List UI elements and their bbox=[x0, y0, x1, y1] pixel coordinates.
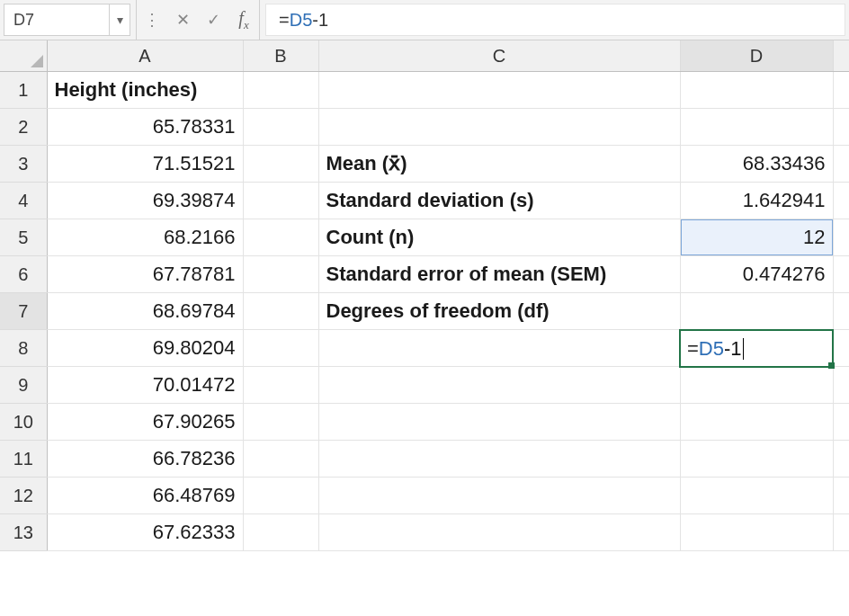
cell-extra-7[interactable] bbox=[833, 293, 849, 330]
cell-B8[interactable] bbox=[243, 330, 318, 367]
cell-D2[interactable] bbox=[680, 109, 833, 146]
cell-extra-13[interactable] bbox=[833, 514, 849, 551]
row-head-7[interactable]: 7 bbox=[0, 293, 47, 330]
cell-C3[interactable]: Mean (x̄) bbox=[318, 146, 680, 183]
chevron-down-icon: ▾ bbox=[117, 13, 123, 27]
cell-extra-10[interactable] bbox=[833, 404, 849, 441]
cell-A12[interactable]: 66.48769 bbox=[47, 478, 243, 514]
grid[interactable]: A B C D 1Height (inches)265.78331371.515… bbox=[0, 40, 849, 551]
row-head-8[interactable]: 8 bbox=[0, 330, 47, 367]
cell-B2[interactable] bbox=[243, 109, 318, 146]
row-head-6[interactable]: 6 bbox=[0, 256, 47, 293]
cell-A7[interactable]: 68.69784 bbox=[47, 293, 243, 330]
cell-D13[interactable] bbox=[680, 514, 833, 551]
row-head-11[interactable]: 11 bbox=[0, 441, 47, 478]
cell-B4[interactable] bbox=[243, 183, 318, 219]
cell-C5[interactable]: Count (n) bbox=[318, 219, 680, 256]
col-head-A[interactable]: A bbox=[47, 40, 243, 72]
cell-B9[interactable] bbox=[243, 367, 318, 404]
cell-C10[interactable] bbox=[318, 404, 680, 441]
cell-B10[interactable] bbox=[243, 404, 318, 441]
row-head-2[interactable]: 2 bbox=[0, 109, 47, 146]
cell-B3[interactable] bbox=[243, 146, 318, 183]
cell-D8[interactable] bbox=[680, 330, 833, 367]
cell-D3[interactable]: 68.33436 bbox=[680, 146, 833, 183]
cell-B13[interactable] bbox=[243, 514, 318, 551]
cell-C1[interactable] bbox=[318, 72, 680, 109]
cell-extra-5[interactable] bbox=[833, 219, 849, 256]
row-head-13[interactable]: 13 bbox=[0, 514, 47, 551]
cell-extra-9[interactable] bbox=[833, 367, 849, 404]
row-head-9[interactable]: 9 bbox=[0, 367, 47, 404]
col-head-extra[interactable] bbox=[833, 40, 849, 72]
cell-A8[interactable]: 69.80204 bbox=[47, 330, 243, 367]
cell-B5[interactable] bbox=[243, 219, 318, 256]
row-head-4[interactable]: 4 bbox=[0, 183, 47, 219]
cell-A1[interactable]: Height (inches) bbox=[47, 72, 243, 109]
cell-C4[interactable]: Standard deviation (s) bbox=[318, 183, 680, 219]
fx-icon: fx bbox=[238, 8, 248, 32]
cell-D6[interactable]: 0.474276 bbox=[680, 256, 833, 293]
row-head-5[interactable]: 5 bbox=[0, 219, 47, 256]
formula-bar: D7 ▾ ⋮ ✕ ✓ fx =D5-1 bbox=[0, 0, 849, 40]
formula-text: =D5-1 bbox=[279, 10, 328, 31]
cell-D1[interactable] bbox=[680, 72, 833, 109]
cell-extra-12[interactable] bbox=[833, 478, 849, 514]
cell-A5[interactable]: 68.2166 bbox=[47, 219, 243, 256]
cell-extra-8[interactable] bbox=[833, 330, 849, 367]
cell-A9[interactable]: 70.01472 bbox=[47, 367, 243, 404]
insert-function-button[interactable]: fx bbox=[228, 0, 260, 40]
cell-A4[interactable]: 69.39874 bbox=[47, 183, 243, 219]
cell-B12[interactable] bbox=[243, 478, 318, 514]
row-head-3[interactable]: 3 bbox=[0, 146, 47, 183]
row-head-1[interactable]: 1 bbox=[0, 72, 47, 109]
cell-D10[interactable] bbox=[680, 404, 833, 441]
cell-A13[interactable]: 67.62333 bbox=[47, 514, 243, 551]
select-all-corner[interactable] bbox=[0, 40, 47, 72]
cell-A3[interactable]: 71.51521 bbox=[47, 146, 243, 183]
row-head-10[interactable]: 10 bbox=[0, 404, 47, 441]
name-box-group: D7 ▾ bbox=[0, 0, 137, 40]
cell-C8[interactable] bbox=[318, 330, 680, 367]
cell-B11[interactable] bbox=[243, 441, 318, 478]
cell-D5[interactable]: 12 bbox=[680, 219, 833, 256]
cell-D11[interactable] bbox=[680, 441, 833, 478]
name-box-dropdown[interactable]: ▾ bbox=[110, 4, 130, 36]
row-head-12[interactable]: 12 bbox=[0, 478, 47, 514]
worksheet: A B C D 1Height (inches)265.78331371.515… bbox=[0, 40, 849, 551]
cell-C11[interactable] bbox=[318, 441, 680, 478]
formula-input[interactable]: =D5-1 bbox=[265, 4, 845, 36]
cell-C7[interactable]: Degrees of freedom (df) bbox=[318, 293, 680, 330]
cell-B6[interactable] bbox=[243, 256, 318, 293]
cell-extra-2[interactable] bbox=[833, 109, 849, 146]
cell-D12[interactable] bbox=[680, 478, 833, 514]
formula-options-button[interactable]: ⋮ bbox=[137, 0, 167, 40]
cell-B1[interactable] bbox=[243, 72, 318, 109]
cell-C12[interactable] bbox=[318, 478, 680, 514]
cell-D9[interactable] bbox=[680, 367, 833, 404]
cell-extra-4[interactable] bbox=[833, 183, 849, 219]
cell-A2[interactable]: 65.78331 bbox=[47, 109, 243, 146]
cell-A11[interactable]: 66.78236 bbox=[47, 441, 243, 478]
cell-D7[interactable] bbox=[680, 293, 833, 330]
name-box[interactable]: D7 bbox=[4, 4, 110, 36]
cell-C2[interactable] bbox=[318, 109, 680, 146]
cell-A10[interactable]: 67.90265 bbox=[47, 404, 243, 441]
dots-vertical-icon: ⋮ bbox=[144, 10, 160, 30]
cell-C6[interactable]: Standard error of mean (SEM) bbox=[318, 256, 680, 293]
cancel-formula-button[interactable]: ✕ bbox=[167, 0, 198, 40]
col-head-C[interactable]: C bbox=[318, 40, 680, 72]
col-head-D[interactable]: D bbox=[680, 40, 833, 72]
cell-B7[interactable] bbox=[243, 293, 318, 330]
check-icon: ✓ bbox=[207, 10, 220, 30]
cell-extra-1[interactable] bbox=[833, 72, 849, 109]
cell-extra-3[interactable] bbox=[833, 146, 849, 183]
col-head-B[interactable]: B bbox=[243, 40, 318, 72]
cell-C13[interactable] bbox=[318, 514, 680, 551]
cell-D4[interactable]: 1.642941 bbox=[680, 183, 833, 219]
enter-formula-button[interactable]: ✓ bbox=[198, 0, 228, 40]
cell-extra-11[interactable] bbox=[833, 441, 849, 478]
cell-C9[interactable] bbox=[318, 367, 680, 404]
cell-A6[interactable]: 67.78781 bbox=[47, 256, 243, 293]
cell-extra-6[interactable] bbox=[833, 256, 849, 293]
